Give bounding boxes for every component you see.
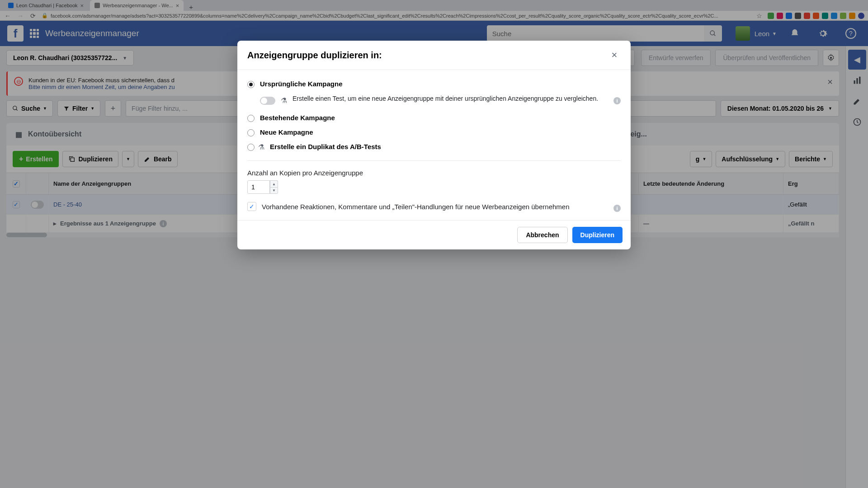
info-icon[interactable]: i — [613, 205, 621, 212]
radio-original-campaign[interactable]: Ursprüngliche Kampagne — [247, 80, 621, 88]
divider — [247, 160, 621, 161]
radio-input[interactable] — [247, 129, 255, 136]
radio-new-campaign[interactable]: Neue Kampagne — [247, 128, 621, 136]
radio-input[interactable] — [247, 115, 255, 122]
radio-input[interactable] — [247, 81, 255, 88]
modal-body: Ursprüngliche Kampagne ⚗ Erstelle einen … — [237, 70, 631, 220]
copies-input[interactable] — [247, 180, 270, 194]
radio-existing-campaign[interactable]: Bestehende Kampagne — [247, 114, 621, 122]
copies-label: Anzahl an Kopien pro Anzeigengruppe — [247, 169, 621, 177]
flask-icon: ⚗ — [258, 143, 264, 151]
decrement-button[interactable]: ▼ — [270, 187, 278, 194]
original-sub-option: ⚗ Erstelle einen Test, um eine neue Anze… — [247, 94, 621, 105]
modal-backdrop[interactable]: Anzeigengruppe duplizieren in: × Ursprün… — [0, 0, 868, 488]
copies-input-wrap: ▲ ▼ — [247, 180, 621, 194]
checkbox[interactable]: ✓ — [247, 202, 256, 211]
confirm-duplicate-button[interactable]: Duplizieren — [572, 227, 623, 243]
modal-header: Anzeigengruppe duplizieren in: × — [237, 41, 631, 70]
ab-test-toggle[interactable] — [260, 97, 275, 105]
increment-button[interactable]: ▲ — [270, 180, 278, 187]
flask-icon: ⚗ — [281, 96, 287, 105]
info-icon[interactable]: i — [613, 97, 621, 104]
keep-reactions-option[interactable]: ✓ Vorhandene Reaktionen, Kommentare und … — [247, 202, 621, 212]
modal-title: Anzeigengruppe duplizieren in: — [247, 50, 608, 61]
duplicate-modal: Anzeigengruppe duplizieren in: × Ursprün… — [237, 41, 631, 249]
close-button[interactable]: × — [608, 49, 621, 61]
radio-ab-duplicate[interactable]: ⚗ Erstelle ein Duplikat des A/B-Tests — [247, 143, 621, 151]
radio-input[interactable] — [247, 144, 255, 151]
modal-footer: Abbrechen Duplizieren — [237, 220, 631, 249]
cancel-button[interactable]: Abbrechen — [517, 227, 567, 243]
spinner: ▲ ▼ — [270, 180, 278, 194]
